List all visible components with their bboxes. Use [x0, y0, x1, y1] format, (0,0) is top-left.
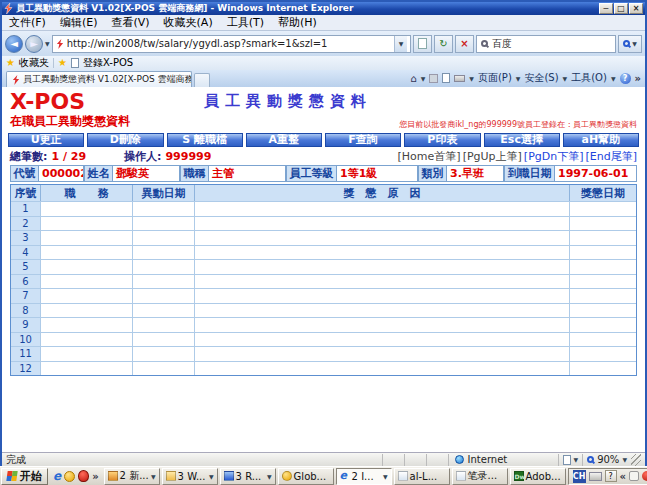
cell-duty[interactable]	[41, 201, 133, 216]
cell-reward-date[interactable]	[570, 201, 636, 216]
cell-change-date[interactable]	[133, 303, 195, 318]
cell-reward-date[interactable]	[570, 216, 636, 231]
safety-menu-button[interactable]: 安全(S)	[524, 71, 558, 85]
menu-edit[interactable]: 编辑(E)	[53, 15, 105, 30]
job-title-field[interactable]: 主管	[208, 165, 286, 182]
language-indicator[interactable]: CH	[573, 470, 586, 483]
add-favorite-icon[interactable]: ★	[58, 58, 67, 68]
rebuild-button[interactable]: A重整	[246, 133, 322, 147]
delete-button[interactable]: D刪除	[87, 133, 163, 147]
help-icon[interactable]: ?	[620, 73, 631, 84]
cell-reason[interactable]	[195, 274, 570, 289]
cell-reason[interactable]	[195, 317, 570, 332]
stop-button[interactable]: ×	[455, 35, 474, 53]
menu-help[interactable]: 帮助(H)	[271, 15, 324, 30]
hire-date-field[interactable]: 1997-06-01	[554, 165, 637, 182]
cell-duty[interactable]	[41, 230, 133, 245]
minimize-button[interactable]: ─	[599, 3, 613, 14]
taskbar-button-adobe[interactable]: Dw Adob...	[510, 468, 566, 485]
menu-tools[interactable]: 工具(T)	[220, 15, 271, 30]
active-tab[interactable]: 員工異動獎懲資料 V1.02[X-POS 雲端商務網]	[6, 71, 192, 87]
tools-menu-button[interactable]: 工具(O)	[571, 71, 607, 85]
back-button[interactable]: ◄	[5, 35, 23, 53]
address-dropdown-icon[interactable]: ▼	[394, 36, 407, 52]
cell-change-date[interactable]	[133, 245, 195, 260]
table-row[interactable]: 11	[11, 346, 636, 361]
quicklaunch-overflow-icon[interactable]: »	[92, 471, 98, 482]
grade-field[interactable]: 1等1級	[336, 165, 418, 182]
favorite-link-login-xpos[interactable]: 登錄X-POS	[83, 56, 133, 70]
refresh-button[interactable]: ↻	[434, 35, 453, 53]
resize-grip[interactable]	[631, 454, 641, 466]
esc-select-button[interactable]: Esc選擇	[484, 133, 560, 147]
qq-penguin-icon[interactable]	[78, 470, 89, 482]
help-button[interactable]: aH幫助	[563, 133, 639, 147]
cell-change-date[interactable]	[133, 346, 195, 361]
search-options-button[interactable]: ▼	[618, 35, 642, 53]
forward-button[interactable]: ►	[25, 35, 43, 53]
taskbar-button-ie-active[interactable]: e 2 I... ▼	[336, 468, 392, 485]
go-button[interactable]	[413, 35, 432, 53]
table-row[interactable]: 5	[11, 259, 636, 274]
category-field[interactable]: 3.早班	[446, 165, 504, 182]
cell-reward-date[interactable]	[570, 361, 636, 376]
address-bar[interactable]: ▼	[52, 35, 411, 53]
cell-reward-date[interactable]	[570, 303, 636, 318]
start-button[interactable]: 开始	[1, 468, 48, 485]
taskbar-button-group-new[interactable]: 2 新... ▼	[104, 468, 160, 485]
zoom-control[interactable]: 90% ▼	[582, 454, 631, 466]
cell-change-date[interactable]	[133, 230, 195, 245]
menu-favorites[interactable]: 收藏夹(A)	[157, 15, 220, 30]
qq-coin-icon[interactable]	[64, 471, 75, 482]
cell-duty[interactable]	[41, 332, 133, 347]
table-row[interactable]: 4	[11, 245, 636, 260]
more-commands-chevron-icon[interactable]: »	[635, 73, 641, 84]
cell-reason[interactable]	[195, 332, 570, 347]
cell-duty[interactable]	[41, 245, 133, 260]
read-mail-icon[interactable]	[442, 73, 450, 83]
cell-reason[interactable]	[195, 230, 570, 245]
taskbar-button-notepad[interactable]: al-L...	[394, 468, 450, 485]
search-box[interactable]: 百度	[476, 35, 616, 53]
home-dropdown-icon[interactable]: ▼	[421, 75, 426, 82]
cell-duty[interactable]	[41, 361, 133, 376]
table-row[interactable]: 1	[11, 201, 636, 216]
cell-reward-date[interactable]	[570, 332, 636, 347]
cell-reason[interactable]	[195, 346, 570, 361]
taskbar-button-group-folders[interactable]: 3 W... ▼	[162, 468, 218, 485]
query-button[interactable]: F查詢	[325, 133, 401, 147]
cell-change-date[interactable]	[133, 332, 195, 347]
table-row[interactable]: 6	[11, 274, 636, 289]
cell-duty[interactable]	[41, 346, 133, 361]
qq-tray-icon[interactable]	[642, 471, 647, 481]
name-field[interactable]: 鄧駿英	[112, 165, 180, 182]
cell-reason[interactable]	[195, 288, 570, 303]
taskbar-button-notes[interactable]: 笔录...	[452, 468, 508, 485]
tray-expand-icon[interactable]: «	[620, 471, 626, 482]
cell-reward-date[interactable]	[570, 274, 636, 289]
cell-change-date[interactable]	[133, 216, 195, 231]
printer-tray-icon[interactable]	[589, 472, 602, 481]
cell-duty[interactable]	[41, 303, 133, 318]
menu-view[interactable]: 查看(V)	[104, 15, 156, 30]
maximize-button[interactable]: □	[614, 3, 628, 14]
cell-reason[interactable]	[195, 216, 570, 231]
print-dropdown-icon[interactable]: ▼	[469, 75, 474, 82]
close-button[interactable]: ×	[629, 3, 643, 14]
table-row[interactable]: 9	[11, 317, 636, 332]
cell-reason[interactable]	[195, 361, 570, 376]
print-icon[interactable]	[454, 75, 465, 82]
cell-change-date[interactable]	[133, 361, 195, 376]
table-row[interactable]: 2	[11, 216, 636, 231]
cell-duty[interactable]	[41, 259, 133, 274]
cell-change-date[interactable]	[133, 288, 195, 303]
cell-change-date[interactable]	[133, 274, 195, 289]
ie-quicklaunch-icon[interactable]: e	[53, 469, 61, 483]
cell-change-date[interactable]	[133, 259, 195, 274]
taskbar-button-global[interactable]: Glob...	[278, 468, 334, 485]
print-report-button[interactable]: P印表	[404, 133, 480, 147]
cell-reward-date[interactable]	[570, 288, 636, 303]
cell-reward-date[interactable]	[570, 245, 636, 260]
cell-duty[interactable]	[41, 288, 133, 303]
menu-file[interactable]: 文件(F)	[2, 15, 53, 30]
